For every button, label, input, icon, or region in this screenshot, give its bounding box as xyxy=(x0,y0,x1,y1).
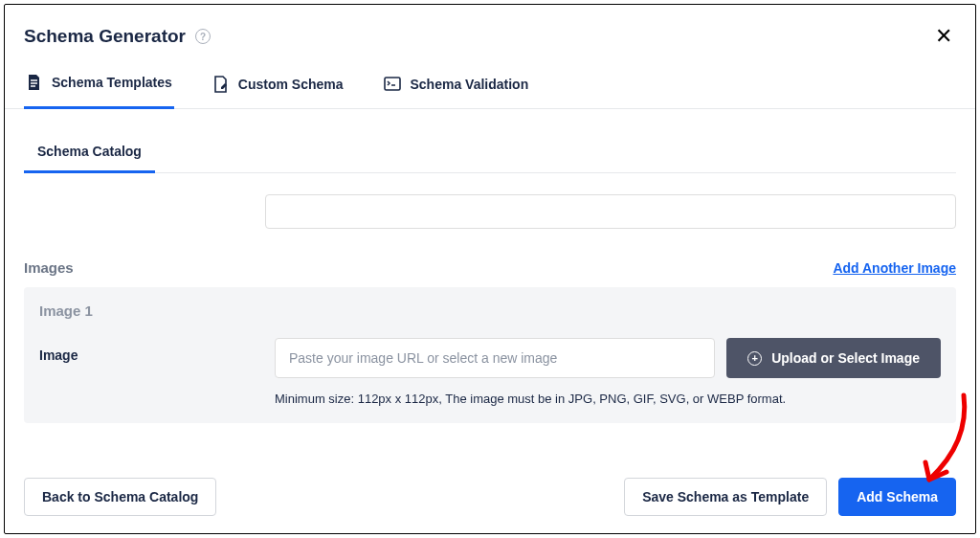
section-title: Images xyxy=(24,259,74,276)
image-label: Image xyxy=(39,338,275,363)
add-schema-button[interactable]: Add Schema xyxy=(838,478,956,516)
tab-label: Schema Validation xyxy=(411,77,529,92)
subtab-schema-catalog[interactable]: Schema Catalog xyxy=(24,134,155,173)
tab-custom-schema[interactable]: Custom Schema xyxy=(211,64,345,109)
terminal-icon xyxy=(384,77,401,91)
modal-header: Schema Generator ? ✕ xyxy=(5,5,975,64)
image-block-title: Image 1 xyxy=(39,303,941,319)
tab-label: Schema Templates xyxy=(52,75,172,90)
tab-schema-templates[interactable]: Schema Templates xyxy=(24,64,174,109)
schema-generator-modal: Schema Generator ? ✕ Schema Templates Cu… xyxy=(4,4,976,534)
image-url-input[interactable] xyxy=(275,338,715,378)
tab-schema-validation[interactable]: Schema Validation xyxy=(382,64,531,109)
footer-right: Save Schema as Template Add Schema xyxy=(624,478,956,516)
image-controls: + Upload or Select Image Minimum size: 1… xyxy=(275,338,941,406)
images-section-header: Images Add Another Image xyxy=(24,254,956,281)
field-row xyxy=(265,194,956,229)
save-template-button[interactable]: Save Schema as Template xyxy=(624,478,827,516)
close-icon[interactable]: ✕ xyxy=(931,22,956,51)
subtabs: Schema Catalog xyxy=(24,134,956,173)
tabs-primary: Schema Templates Custom Schema Schema Va… xyxy=(5,64,975,109)
title-wrap: Schema Generator ? xyxy=(24,26,211,47)
back-button[interactable]: Back to Schema Catalog xyxy=(24,478,216,516)
upload-label: Upload or Select Image xyxy=(771,350,920,366)
modal-content: Schema Catalog Images Add Another Image … xyxy=(5,109,975,460)
image-row: Image + Upload or Select Image Minimum s… xyxy=(39,338,941,406)
add-another-image-link[interactable]: Add Another Image xyxy=(833,260,956,276)
image-input-row: + Upload or Select Image xyxy=(275,338,941,378)
modal-title: Schema Generator xyxy=(24,26,186,47)
upload-image-button[interactable]: + Upload or Select Image xyxy=(726,338,941,378)
text-input[interactable] xyxy=(265,194,956,229)
modal-footer: Back to Schema Catalog Save Schema as Te… xyxy=(5,460,975,533)
file-filled-icon xyxy=(26,74,42,91)
tab-label: Custom Schema xyxy=(238,77,344,92)
svg-rect-0 xyxy=(385,78,400,90)
file-edit-icon xyxy=(212,76,229,93)
image-hint: Minimum size: 112px x 112px, The image m… xyxy=(275,392,941,406)
help-icon[interactable]: ? xyxy=(195,29,211,44)
image-block: Image 1 Image + Upload or Select Image M… xyxy=(24,287,956,423)
plus-circle-icon: + xyxy=(747,351,762,366)
